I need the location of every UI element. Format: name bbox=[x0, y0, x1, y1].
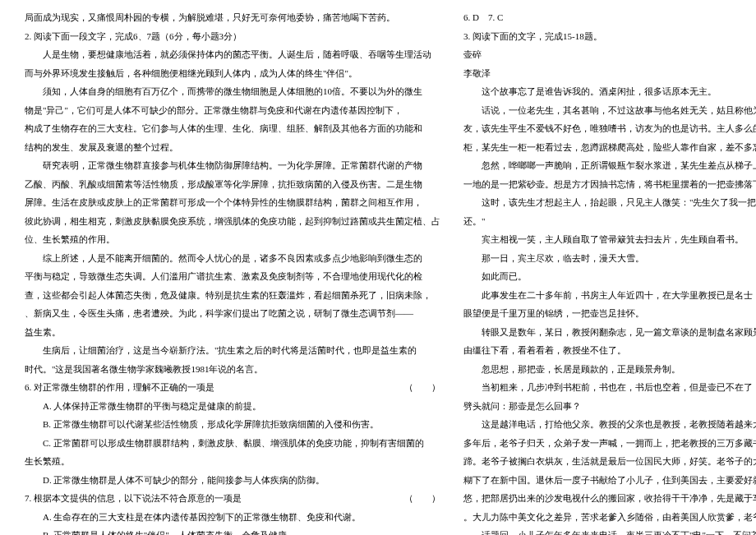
text-line: 查，这些都会引起人体菌态失衡，危及健康。特别是抗生素的狂轰滥炸，看起细菌杀死了，… bbox=[25, 286, 440, 305]
text-line: 。大儿力陈中美文化之差异，苦求老爹入乡随俗，由着美国人欣赏爹，老爷子只是不听耳朵… bbox=[463, 508, 756, 527]
text-line: 构成了生物存在的三大支柱。它们参与人体的生理、生化、病理、组胚、解剖及其他各方面… bbox=[25, 119, 440, 138]
text-line: 研究表明，正常微生物群直接参与机体生物防御屏障结构。一为化学屏障。正常菌群代谢的… bbox=[25, 156, 440, 175]
q7-blank: （ ） bbox=[404, 489, 440, 508]
text-line: 话题回，小儿子怎年多年来来电话，夜半三更冷不丁"电"一下，不问苍生问孤碑不问爹妈… bbox=[463, 526, 756, 535]
q6-text: 6. 对正常微生物群的作用，理解不正确的一项是 bbox=[25, 378, 214, 397]
text-line: 这个故事忘了是谁告诉我的。酒桌闲扯，很多话原本无主。 bbox=[463, 82, 756, 101]
text-line: 劈头就问：那壶是怎么回事？ bbox=[463, 397, 756, 416]
left-column: 局面成为现实，又痛恨周朴园的专横，为解脱难堪，只好无可奈何地委协，痛苦地喝下苦药… bbox=[25, 8, 440, 535]
text-line: 眼望便是千里万里的锦绣，一把壶岂足挂怀。 bbox=[463, 304, 756, 323]
text-line: 悠，把部居扔出来的沙发电视什么的搬回家，收拾得干干净净，先是藏于车库，渐渐蹲"登… bbox=[463, 489, 756, 508]
text-line: 如此而已。 bbox=[463, 267, 756, 286]
q7-text: 7. 根据本文提供的信息，以下说法不符合原意的一项是 bbox=[25, 489, 242, 508]
option-c: C. 正常菌群可以形成生物群膜群结构，刺激皮肤、黏膜、增强肌体的免疫功能，抑制有… bbox=[25, 434, 440, 453]
text-line: 综上所述，人是不能离开细菌的。然而令人忧心的是，诸多不良因素或多点少地影响到微生… bbox=[25, 249, 440, 268]
text-line: 话说，一位老先生，其名甚响，不过这故事与他名姓无关，姑且称他为某先生。某日，某先… bbox=[463, 101, 756, 120]
text-line: 由缰往下看，看着看着，教授坐不住了。 bbox=[463, 341, 756, 360]
text-line: 忽然，哗啷啷一声脆响，正所谓银瓶乍裂水浆迸，某先生差点从梯子上掉下来。定睛看时，… bbox=[463, 156, 756, 175]
text-line: 还。" bbox=[463, 212, 756, 231]
text-line: 此事发生在二十多年前，书房主人年近四十，在大学里教授已是名士，嗜傲江湖、踏花舞碎… bbox=[463, 286, 756, 305]
document-page: 局面成为现实，又痛恨周朴园的专横，为解脱难堪，只好无可奈何地委协，痛苦地喝下苦药… bbox=[0, 0, 756, 535]
text-line: 屏障。生活在皮肤或皮肤上的正常菌群可形成一个个体特异性的生物膜群结构，菌群之间相… bbox=[25, 193, 440, 212]
text-line: 糊下了在新中国。退休后一度子书献给了小儿子，住到美国去，主要爱好就是推个小车子在… bbox=[463, 471, 756, 490]
text-line: 蹄。老爷子被搁白衣烘灰，生活就是最后一位国民大师，好笑。老爷子的大学只在民国上了… bbox=[463, 452, 756, 471]
answer-text: 6. D 7. C bbox=[463, 8, 756, 27]
text-line: 多年后，老爷子归天，众弟子发一声喊，一拥而上，把老教授的三万多藏书、回忆文化塞卷… bbox=[463, 434, 756, 453]
option-b: B. 正常微生物群可以代谢某些活性物质，形成化学屏障抗拒致病细菌的入侵和伤害。 bbox=[25, 415, 440, 434]
text-line: 当初粗来，几步冲到书柜前，书也在，书后也空着，但是壶已不在了，教授想了想，拿起电… bbox=[463, 378, 756, 397]
text-line: 人是生物，要想健康地活着，就必须保持体内的菌态平衡。人诞生后，随着呼吸、吞咽等生… bbox=[25, 45, 440, 64]
text-line: 结构的发生、发展及衰退的整个过程。 bbox=[25, 138, 440, 157]
option-c-cont: 生长繁殖。 bbox=[25, 452, 440, 471]
text-line: 须知，人体自身的细胞有百万亿个，而携带的微生物细胞是人体细胞的10倍。不要以为外… bbox=[25, 82, 440, 101]
text-line: 这时，该先生才想起主人，抬起眼，只见主人微笑："先生欠了我一把壶，日后要拿一瓶好… bbox=[463, 193, 756, 212]
title: 壶碎 bbox=[463, 45, 756, 64]
text-line: 物是"异己"，它们可是人体不可缺少的部分。正常微生物群与免疫和代谢在内遗传基因控… bbox=[25, 101, 440, 120]
text-line: 时代。"这是我国著名微生物学家魏曦教授1981年说的名言。 bbox=[25, 360, 440, 379]
text-line: 而与外界环境发生接触后，各种细胞便相继光顾到人体内，成为人体的终生"伴侣"。 bbox=[25, 64, 440, 83]
q6-blank: （ ） bbox=[404, 378, 440, 397]
text-line: 这是越洋电话，打给他父亲。教授的父亲也是教授，老教授随着越来太太在美国的大儿子家… bbox=[463, 415, 756, 434]
author: 李敬泽 bbox=[463, 64, 756, 83]
text-line: 位、生长繁殖的作用。 bbox=[25, 230, 440, 249]
text-line: 忽思想，那把壶，长居是顾款的，正是顾景舟制。 bbox=[463, 360, 756, 379]
question-6: 6. 对正常微生物群的作用，理解不正确的一项是 （ ） bbox=[25, 378, 440, 397]
text-line: 那一日，宾主尽欢，临去时，漫天大雪。 bbox=[463, 249, 756, 268]
text-line: 友，该先生平生不爱钱不好色，唯独嗜书，访友为的也是访书。主人多么的客，差的正是书… bbox=[463, 119, 756, 138]
text-line: 一地的是一把紫砂壶。想是方才因抽书忘情，将书柜里摆着的一把壶拂落下去。 bbox=[463, 175, 756, 194]
option-b: B. 正常菌群是人体的终生"伴侣"，人体菌态失衡，会危及健康。 bbox=[25, 526, 440, 535]
question-7: 7. 根据本文提供的信息，以下说法不符合原意的一项是 （ ） bbox=[25, 489, 440, 508]
text-line: 转眼又是数年，某日，教授闲翻杂志，见一篇文章谈的是制盘名家顾景舟，也是一时无聊，… bbox=[463, 323, 756, 342]
text-line: 、新病又生，令医生头痛，患者遭殃。为此，科学家们提出了吃菌之说，研制了微生态调节… bbox=[25, 304, 440, 323]
option-d: D. 正常微生物群是人体不可缺少的部分，能间接参与人体疾病的防御。 bbox=[25, 471, 440, 490]
option-a: A. 生命存在的三大支柱是在体内遗传基因控制下的正常微生物群、免疫和代谢。 bbox=[25, 508, 440, 527]
text-line: 宾主相视一笑，主人顾自取了管帚簸箕去扫去片，先生顾自看书。 bbox=[463, 230, 756, 249]
option-a: A. 人体保持正常微生物群的平衡与稳定是健康的前提。 bbox=[25, 397, 440, 416]
text-line: 柜，某先生一柜一柜看过去，忽蹲踞梯爬高处，险些人靠作自家，差不多忘了还有主人在。 bbox=[463, 138, 756, 157]
text-line: 局面成为现实，又痛恨周朴园的专横，为解脱难堪，只好无可奈何地委协，痛苦地喝下苦药… bbox=[25, 8, 440, 27]
question-3-heading: 3. 阅读下面的文字，完成15-18题。 bbox=[463, 27, 756, 46]
text-line: 平衡与稳定，导致微生态失调。人们滥用广谱抗生素、激素及免疫制剂等，不合理地使用现… bbox=[25, 267, 440, 286]
right-column: 6. D 7. C 3. 阅读下面的文字，完成15-18题。 壶碎 李敬泽 这个… bbox=[463, 8, 756, 535]
text-line: 益生素。 bbox=[25, 323, 440, 342]
text-line: 乙酸、丙酸、乳酸或细菌素等活性物质，形成酸罩等化学屏障，抗拒致病菌的入侵及伤害。… bbox=[25, 175, 440, 194]
text-line: 生病后，让细菌治疗，这是当今崭新疗法。"抗生素之后的时代将是活菌时代，也即是益生… bbox=[25, 341, 440, 360]
text-line: 彼此协调，相生相克，刺激皮肤黏膜免疫系统，增强肌体的免疫功能，起到抑制过路菌或共… bbox=[25, 212, 440, 231]
question-2-heading: 2. 阅读下面一段文字，完成6、7题（6分，每小题3分） bbox=[25, 27, 440, 46]
